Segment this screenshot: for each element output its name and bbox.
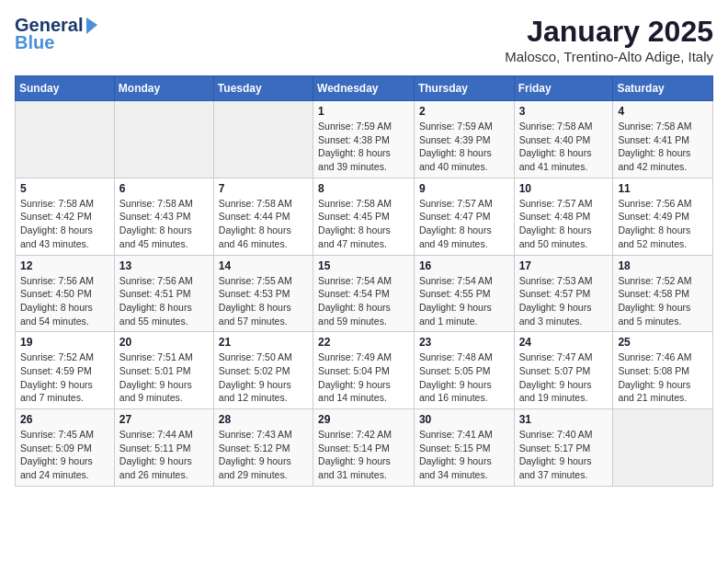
day-number: 26 [20, 413, 109, 426]
day-number: 7 [219, 182, 308, 195]
calendar-cell: 6Sunrise: 7:58 AM Sunset: 4:43 PM Daylig… [114, 178, 213, 255]
weekday-header-friday: Friday [514, 76, 613, 101]
cell-content: Sunrise: 7:58 AM Sunset: 4:45 PM Dayligh… [318, 197, 409, 251]
logo-icon [85, 17, 97, 34]
calendar-cell: 18Sunrise: 7:52 AM Sunset: 4:58 PM Dayli… [613, 255, 713, 332]
calendar-cell: 17Sunrise: 7:53 AM Sunset: 4:57 PM Dayli… [514, 255, 613, 332]
calendar-week-row: 12Sunrise: 7:56 AM Sunset: 4:50 PM Dayli… [16, 255, 713, 332]
day-number: 20 [119, 336, 209, 349]
day-number: 28 [219, 413, 308, 426]
cell-content: Sunrise: 7:58 AM Sunset: 4:40 PM Dayligh… [519, 120, 609, 174]
calendar-cell: 30Sunrise: 7:41 AM Sunset: 5:15 PM Dayli… [414, 409, 514, 487]
weekday-header-row: SundayMondayTuesdayWednesdayThursdayFrid… [16, 76, 713, 101]
day-number: 29 [318, 413, 409, 426]
calendar-week-row: 5Sunrise: 7:58 AM Sunset: 4:42 PM Daylig… [16, 178, 713, 255]
cell-content: Sunrise: 7:56 AM Sunset: 4:50 PM Dayligh… [20, 274, 109, 328]
calendar-cell: 4Sunrise: 7:58 AM Sunset: 4:41 PM Daylig… [613, 101, 713, 178]
cell-content: Sunrise: 7:42 AM Sunset: 5:14 PM Dayligh… [318, 428, 409, 482]
calendar-cell: 9Sunrise: 7:57 AM Sunset: 4:47 PM Daylig… [414, 178, 514, 255]
calendar-cell [114, 101, 213, 178]
weekday-header-sunday: Sunday [16, 76, 115, 101]
day-number: 22 [318, 336, 409, 349]
cell-content: Sunrise: 7:57 AM Sunset: 4:48 PM Dayligh… [519, 197, 609, 251]
calendar-cell: 8Sunrise: 7:58 AM Sunset: 4:45 PM Daylig… [313, 178, 415, 255]
day-number: 8 [318, 182, 409, 195]
location-title: Malosco, Trentino-Alto Adige, Italy [505, 49, 713, 64]
calendar-cell: 28Sunrise: 7:43 AM Sunset: 5:12 PM Dayli… [213, 409, 313, 487]
cell-content: Sunrise: 7:44 AM Sunset: 5:11 PM Dayligh… [119, 428, 209, 482]
calendar-cell: 2Sunrise: 7:59 AM Sunset: 4:39 PM Daylig… [414, 101, 514, 178]
day-number: 12 [20, 259, 109, 272]
calendar-week-row: 26Sunrise: 7:45 AM Sunset: 5:09 PM Dayli… [16, 409, 713, 487]
day-number: 11 [618, 182, 708, 195]
cell-content: Sunrise: 7:40 AM Sunset: 5:17 PM Dayligh… [519, 428, 609, 482]
cell-content: Sunrise: 7:54 AM Sunset: 4:54 PM Dayligh… [318, 274, 409, 328]
calendar-cell: 14Sunrise: 7:55 AM Sunset: 4:53 PM Dayli… [213, 255, 313, 332]
day-number: 4 [618, 105, 708, 118]
cell-content: Sunrise: 7:41 AM Sunset: 5:15 PM Dayligh… [419, 428, 509, 482]
calendar-cell: 10Sunrise: 7:57 AM Sunset: 4:48 PM Dayli… [514, 178, 613, 255]
cell-content: Sunrise: 7:57 AM Sunset: 4:47 PM Dayligh… [419, 197, 509, 251]
day-number: 23 [419, 336, 509, 349]
calendar-cell: 11Sunrise: 7:56 AM Sunset: 4:49 PM Dayli… [613, 178, 713, 255]
cell-content: Sunrise: 7:46 AM Sunset: 5:08 PM Dayligh… [618, 350, 708, 405]
day-number: 24 [519, 336, 609, 349]
calendar-cell: 3Sunrise: 7:58 AM Sunset: 4:40 PM Daylig… [514, 101, 613, 178]
svg-marker-0 [86, 17, 97, 34]
calendar-cell: 29Sunrise: 7:42 AM Sunset: 5:14 PM Dayli… [313, 409, 415, 487]
cell-content: Sunrise: 7:56 AM Sunset: 4:49 PM Dayligh… [618, 197, 708, 251]
cell-content: Sunrise: 7:43 AM Sunset: 5:12 PM Dayligh… [219, 428, 308, 482]
calendar-cell: 5Sunrise: 7:58 AM Sunset: 4:42 PM Daylig… [16, 178, 115, 255]
calendar-cell: 1Sunrise: 7:59 AM Sunset: 4:38 PM Daylig… [313, 101, 415, 178]
calendar-cell: 31Sunrise: 7:40 AM Sunset: 5:17 PM Dayli… [514, 409, 613, 487]
weekday-header-thursday: Thursday [414, 76, 514, 101]
day-number: 14 [219, 259, 308, 272]
day-number: 17 [519, 259, 609, 272]
cell-content: Sunrise: 7:45 AM Sunset: 5:09 PM Dayligh… [20, 428, 109, 482]
calendar-table: SundayMondayTuesdayWednesdayThursdayFrid… [15, 75, 713, 487]
calendar-cell: 24Sunrise: 7:47 AM Sunset: 5:07 PM Dayli… [514, 332, 613, 409]
month-title: January 2025 [505, 15, 713, 49]
day-number: 2 [419, 105, 509, 118]
cell-content: Sunrise: 7:59 AM Sunset: 4:39 PM Dayligh… [419, 120, 509, 174]
cell-content: Sunrise: 7:47 AM Sunset: 5:07 PM Dayligh… [519, 350, 609, 405]
day-number: 15 [318, 259, 409, 272]
logo: General Blue [15, 15, 97, 53]
day-number: 25 [618, 336, 708, 349]
page-header: General Blue January 2025 Malosco, Trent… [15, 15, 713, 64]
day-number: 31 [519, 413, 609, 426]
cell-content: Sunrise: 7:48 AM Sunset: 5:05 PM Dayligh… [419, 350, 509, 405]
calendar-week-row: 1Sunrise: 7:59 AM Sunset: 4:38 PM Daylig… [16, 101, 713, 178]
calendar-cell [16, 101, 115, 178]
cell-content: Sunrise: 7:55 AM Sunset: 4:53 PM Dayligh… [219, 274, 308, 328]
day-number: 10 [519, 182, 609, 195]
calendar-week-row: 19Sunrise: 7:52 AM Sunset: 4:59 PM Dayli… [16, 332, 713, 409]
weekday-header-saturday: Saturday [613, 76, 713, 101]
day-number: 3 [519, 105, 609, 118]
calendar-cell: 13Sunrise: 7:56 AM Sunset: 4:51 PM Dayli… [114, 255, 213, 332]
calendar-cell: 26Sunrise: 7:45 AM Sunset: 5:09 PM Dayli… [16, 409, 115, 487]
day-number: 19 [20, 336, 109, 349]
cell-content: Sunrise: 7:53 AM Sunset: 4:57 PM Dayligh… [519, 274, 609, 328]
cell-content: Sunrise: 7:59 AM Sunset: 4:38 PM Dayligh… [318, 120, 409, 174]
cell-content: Sunrise: 7:50 AM Sunset: 5:02 PM Dayligh… [219, 350, 308, 405]
title-block: January 2025 Malosco, Trentino-Alto Adig… [505, 15, 713, 64]
day-number: 13 [119, 259, 209, 272]
cell-content: Sunrise: 7:58 AM Sunset: 4:44 PM Dayligh… [219, 197, 308, 251]
calendar-cell: 19Sunrise: 7:52 AM Sunset: 4:59 PM Dayli… [16, 332, 115, 409]
weekday-header-wednesday: Wednesday [313, 76, 415, 101]
calendar-cell: 7Sunrise: 7:58 AM Sunset: 4:44 PM Daylig… [213, 178, 313, 255]
calendar-cell: 21Sunrise: 7:50 AM Sunset: 5:02 PM Dayli… [213, 332, 313, 409]
weekday-header-monday: Monday [114, 76, 213, 101]
calendar-cell: 27Sunrise: 7:44 AM Sunset: 5:11 PM Dayli… [114, 409, 213, 487]
cell-content: Sunrise: 7:56 AM Sunset: 4:51 PM Dayligh… [119, 274, 209, 328]
cell-content: Sunrise: 7:51 AM Sunset: 5:01 PM Dayligh… [119, 350, 209, 405]
cell-content: Sunrise: 7:58 AM Sunset: 4:41 PM Dayligh… [618, 120, 708, 174]
cell-content: Sunrise: 7:58 AM Sunset: 4:43 PM Dayligh… [119, 197, 209, 251]
day-number: 5 [20, 182, 109, 195]
calendar-cell: 22Sunrise: 7:49 AM Sunset: 5:04 PM Dayli… [313, 332, 415, 409]
cell-content: Sunrise: 7:52 AM Sunset: 4:58 PM Dayligh… [618, 274, 708, 328]
weekday-header-tuesday: Tuesday [213, 76, 313, 101]
cell-content: Sunrise: 7:52 AM Sunset: 4:59 PM Dayligh… [20, 350, 109, 405]
day-number: 18 [618, 259, 708, 272]
